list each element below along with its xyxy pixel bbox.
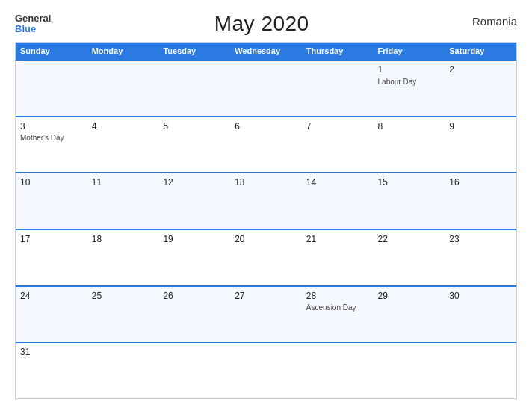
day-number: 28: [306, 290, 369, 303]
calendar-cell: 20: [230, 230, 302, 285]
calendar-cell: [230, 61, 302, 116]
calendar-cell: 6: [230, 117, 302, 173]
day-number: 23: [449, 233, 512, 246]
day-number: 14: [306, 176, 369, 189]
calendar-cell: 31: [16, 343, 87, 398]
calendar-cell: [158, 343, 230, 398]
day-number: 12: [163, 176, 226, 189]
header-friday: Friday: [374, 43, 445, 59]
calendar-week-2: 3Mother's Day456789: [16, 116, 516, 173]
header-sunday: Sunday: [16, 43, 87, 59]
day-number: 24: [20, 290, 83, 303]
day-number: 21: [306, 233, 369, 246]
calendar-title: May 2020: [214, 12, 309, 36]
calendar-cell: [230, 343, 302, 398]
header-wednesday: Wednesday: [230, 43, 302, 59]
logo-blue-text: Blue: [15, 24, 36, 34]
calendar-week-3: 10111213141516: [16, 172, 516, 229]
calendar-cell: [16, 61, 87, 116]
header-thursday: Thursday: [302, 43, 374, 59]
calendar-cell: [445, 343, 516, 398]
calendar-cell: [87, 343, 159, 398]
calendar-cell: [302, 61, 374, 116]
day-number: 15: [378, 176, 441, 189]
calendar-cell: [87, 61, 159, 116]
calendar-cell: [302, 343, 374, 398]
calendar-week-1: 1Labour Day2: [16, 59, 516, 116]
calendar-cell: 30: [445, 287, 516, 342]
day-number: 20: [235, 233, 297, 246]
page-header: General Blue May 2020 Romania: [15, 12, 517, 36]
calendar-cell: 26: [158, 287, 230, 342]
day-number: 18: [92, 233, 155, 246]
country-label: Romania: [472, 15, 517, 28]
calendar-cell: 24: [16, 287, 87, 342]
day-number: 1: [378, 64, 441, 76]
day-number: 7: [306, 120, 369, 133]
calendar-header-row: Sunday Monday Tuesday Wednesday Thursday…: [16, 43, 516, 59]
day-event: Labour Day: [378, 77, 441, 87]
day-number: 30: [449, 290, 512, 303]
day-number: 27: [235, 290, 297, 303]
calendar-cell: 21: [302, 230, 374, 285]
day-number: 16: [449, 176, 512, 189]
calendar-cell: 8: [374, 117, 445, 173]
calendar-cell: 18: [87, 230, 159, 285]
calendar-page: General Blue May 2020 Romania Sunday Mon…: [0, 0, 532, 411]
calendar-cell: 27: [230, 287, 302, 342]
day-number: 8: [378, 120, 441, 133]
calendar-cell: 17: [16, 230, 87, 285]
day-event: Mother's Day: [20, 133, 83, 143]
day-number: 26: [163, 290, 226, 303]
calendar-cell: 25: [87, 287, 159, 342]
day-number: 9: [449, 120, 512, 133]
calendar-cell: 2: [445, 61, 516, 116]
logo: General Blue: [15, 13, 51, 35]
calendar-cell: 15: [374, 173, 445, 229]
logo-general-text: General: [15, 13, 51, 24]
calendar-cell: 7: [302, 117, 374, 173]
calendar-cell: 13: [230, 173, 302, 229]
header-monday: Monday: [87, 43, 159, 59]
calendar-cell: 5: [158, 117, 230, 173]
calendar-cell: 16: [445, 173, 516, 229]
calendar-cell: 22: [374, 230, 445, 285]
header-saturday: Saturday: [445, 43, 516, 59]
day-number: 2: [449, 64, 512, 76]
day-number: 10: [20, 176, 83, 189]
calendar-cell: 19: [158, 230, 230, 285]
day-number: 19: [163, 233, 226, 246]
day-number: 3: [20, 120, 83, 133]
calendar-grid: Sunday Monday Tuesday Wednesday Thursday…: [15, 42, 517, 399]
day-number: 31: [20, 346, 83, 359]
day-number: 22: [378, 233, 441, 246]
day-number: 4: [92, 120, 155, 133]
day-number: 11: [92, 176, 155, 189]
calendar-cell: 1Labour Day: [374, 61, 445, 116]
calendar-week-6: 31: [16, 342, 516, 398]
day-number: 17: [20, 233, 83, 246]
day-number: 5: [163, 120, 226, 133]
header-tuesday: Tuesday: [158, 43, 230, 59]
day-event: Ascension Day: [306, 303, 369, 312]
calendar-cell: [158, 61, 230, 116]
calendar-cell: 10: [16, 173, 87, 229]
calendar-cell: [374, 343, 445, 398]
calendar-cell: 14: [302, 173, 374, 229]
calendar-cell: 3Mother's Day: [16, 117, 87, 173]
calendar-cell: 28Ascension Day: [302, 287, 374, 342]
calendar-cell: 9: [445, 117, 516, 173]
calendar-cell: 12: [158, 173, 230, 229]
day-number: 29: [378, 290, 441, 303]
day-number: 6: [235, 120, 297, 133]
calendar-cell: 29: [374, 287, 445, 342]
calendar-cell: 11: [87, 173, 159, 229]
day-number: 25: [92, 290, 155, 303]
calendar-week-5: 2425262728Ascension Day2930: [16, 285, 516, 342]
calendar-body: 1Labour Day23Mother's Day456789101112131…: [16, 59, 516, 398]
calendar-week-4: 17181920212223: [16, 229, 516, 285]
day-number: 13: [235, 176, 297, 189]
calendar-cell: 4: [87, 117, 159, 173]
calendar-cell: 23: [445, 230, 516, 285]
